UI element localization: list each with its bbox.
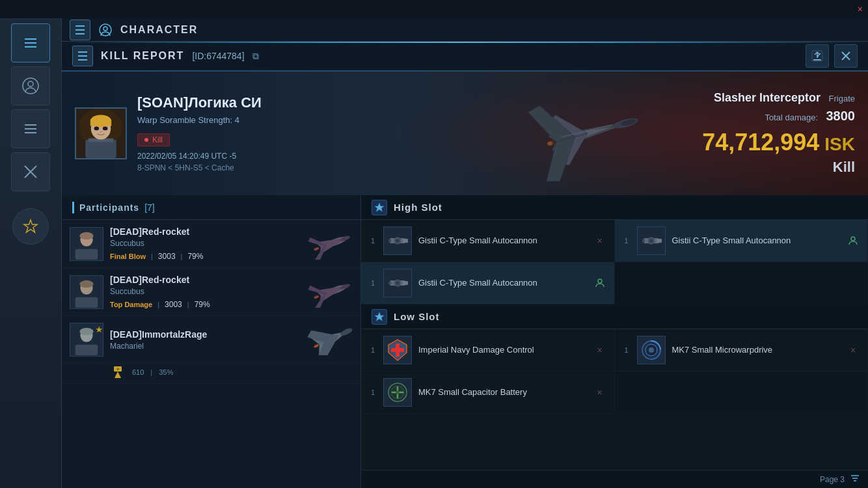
participant-bottom-stats: ☆ 610 | 35%: [62, 364, 360, 384]
close-button[interactable]: [834, 44, 858, 68]
kill-type-row: Kill: [702, 159, 855, 176]
medal-icon: ☆: [110, 366, 126, 378]
participant-name-3: [DEAD]ImmortalzRage: [110, 329, 301, 340]
svg-point-33: [79, 232, 93, 239]
sidebar-combat-button[interactable]: [11, 152, 50, 191]
ship-name: Slasher Interceptor Frigate: [702, 91, 855, 105]
sidebar-character-button[interactable]: [11, 66, 50, 105]
participant-stats-2: Top Damage | 3003 | 79%: [110, 300, 301, 309]
header-menu-button[interactable]: [70, 20, 90, 40]
slot-remove-button-1[interactable]: ×: [593, 234, 606, 247]
damage-value: 3800: [826, 109, 856, 123]
kill-type-label: Kill: [833, 159, 855, 175]
kill-dot: [144, 138, 148, 142]
slot-remove-dc[interactable]: ×: [593, 344, 606, 357]
microwarpdrive-icon: [637, 336, 666, 364]
damage-row: Total damage: 3800: [702, 109, 855, 124]
low-slot-grid: 1 Imperial Navy Damage Control: [361, 329, 868, 414]
svg-point-5: [103, 27, 107, 31]
avatar-image: [76, 107, 126, 159]
low-slot-empty: [615, 372, 869, 414]
participant-name-2: [DEAD]Red-rocket: [110, 275, 301, 285]
kill-badge-label: Kill: [152, 135, 163, 144]
export-button[interactable]: [806, 44, 829, 68]
kr-menu-button[interactable]: [72, 46, 93, 66]
participants-count: [7]: [144, 202, 155, 213]
high-slot-item-2[interactable]: 1 Gistii C-Type Small Autocann: [361, 262, 615, 305]
low-slot-header: Low Slot: [361, 305, 868, 329]
pilot-name: [SOAN]Логика СИ: [137, 94, 473, 111]
kill-report-copy-icon[interactable]: ⧉: [252, 51, 259, 62]
window-top-bar: ×: [0, 0, 868, 18]
participant-avatar-3: [70, 323, 103, 357]
pilot-info: [SOAN]Логика СИ Warp Soramble Strength: …: [137, 94, 473, 172]
pilot-avatar: [75, 107, 127, 159]
participant-item[interactable]: [DEAD]Red-rocket Succubus Final Blow | 3…: [62, 220, 360, 268]
isk-row: 74,712,994 ISK: [702, 129, 855, 156]
participant-ship-img-2: [307, 276, 353, 308]
participants-title: Participants: [79, 202, 139, 213]
svg-point-16: [94, 127, 100, 131]
ship-image-area: [483, 81, 692, 185]
participants-header: Participants [7]: [62, 195, 360, 220]
slot-remove-mwd[interactable]: ×: [847, 344, 860, 357]
slot-remove-cap[interactable]: ×: [593, 386, 606, 399]
kill-date: 2022/02/05 14:20:49 UTC -5: [137, 152, 473, 161]
participant-ship-2: Succubus: [110, 287, 301, 296]
slot-num: 1: [623, 346, 631, 354]
svg-point-83: [396, 282, 399, 284]
kill-report-info: [SOAN]Логика СИ Warp Soramble Strength: …: [62, 72, 868, 195]
low-slot-icon: [372, 309, 387, 325]
participant-avatar-1: [70, 227, 103, 261]
participant-item[interactable]: [DEAD]Red-rocket Succubus Top Damage | 3…: [62, 268, 360, 316]
svg-point-1: [28, 81, 33, 87]
autocannon-icon-2: [383, 269, 412, 297]
stat-percent-1: 79%: [187, 252, 203, 261]
sidebar-menu-button[interactable]: [11, 23, 50, 62]
svg-rect-74: [657, 239, 662, 243]
kill-report-id: [ID:6744784]: [192, 51, 244, 61]
window-close-icon[interactable]: ×: [858, 4, 863, 14]
slot-num: 1: [369, 388, 377, 396]
ship-type-text: Frigate: [829, 94, 855, 103]
isk-value: 74,712,994: [702, 129, 819, 156]
damage-control-name: Imperial Navy Damage Control: [418, 345, 587, 356]
participant-stats-1: Final Blow | 3003 | 79%: [110, 252, 301, 261]
low-slot-item-2[interactable]: 1: [615, 329, 869, 372]
slot-num: 1: [369, 279, 377, 287]
damage-control-icon: [383, 336, 412, 364]
low-slot-item-1[interactable]: 1 Imperial Navy Damage Control: [361, 329, 615, 372]
sidebar-lines-button[interactable]: [11, 109, 50, 148]
kill-report-panel: KILL REPORT [ID:6744784] ⧉: [62, 42, 868, 488]
high-slot-item-name-2: Gistii C-Type Small Autocannon: [418, 278, 587, 289]
svg-point-40: [314, 247, 319, 251]
svg-point-84: [598, 279, 602, 283]
ship-name-text: Slasher Interceptor: [714, 91, 821, 104]
pilot-warp-stat: Warp Soramble Strength: 4: [137, 115, 473, 125]
participant-ship-img-1: [307, 228, 353, 260]
capacitor-battery-name: MK7 Small Capacitor Battery: [418, 387, 587, 398]
filter-button[interactable]: [850, 473, 860, 485]
autocannon-icon-1r: [637, 226, 666, 255]
participants-bar-accent: [72, 202, 74, 213]
slot-person-button-1r[interactable]: [847, 234, 860, 247]
kill-report-right-info: Slasher Interceptor Frigate Total damage…: [702, 91, 855, 176]
participants-panel: Participants [7] [DEAD]Red-rock: [62, 195, 361, 488]
high-slot-empty: [615, 262, 869, 305]
svg-point-93: [649, 347, 654, 353]
slot-num: 1: [369, 237, 377, 245]
high-slot-grid: 1 Gistii C-Type Small Autocann: [361, 220, 868, 305]
participant-item[interactable]: [DEAD]ImmortalzRage Machariel: [62, 316, 360, 364]
participant-ship-img-3: [307, 323, 353, 356]
low-slot-item-3[interactable]: 1 MK7 Small C: [361, 372, 615, 414]
svg-point-70: [396, 239, 399, 242]
slot-person-button-2[interactable]: [593, 277, 606, 290]
svg-rect-67: [388, 239, 391, 242]
svg-point-51: [314, 295, 319, 299]
high-slot-item-1[interactable]: 1 Gistii C-Type Small Autocann: [361, 220, 615, 262]
high-slot-item-1-right[interactable]: 1 Gistii C-Type Small Autocann: [615, 220, 869, 262]
svg-rect-88: [391, 348, 404, 352]
svg-point-76: [650, 239, 653, 242]
participant-info-2: [DEAD]Red-rocket Succubus Top Damage | 3…: [110, 275, 301, 309]
sidebar-standings-button[interactable]: [12, 208, 49, 245]
